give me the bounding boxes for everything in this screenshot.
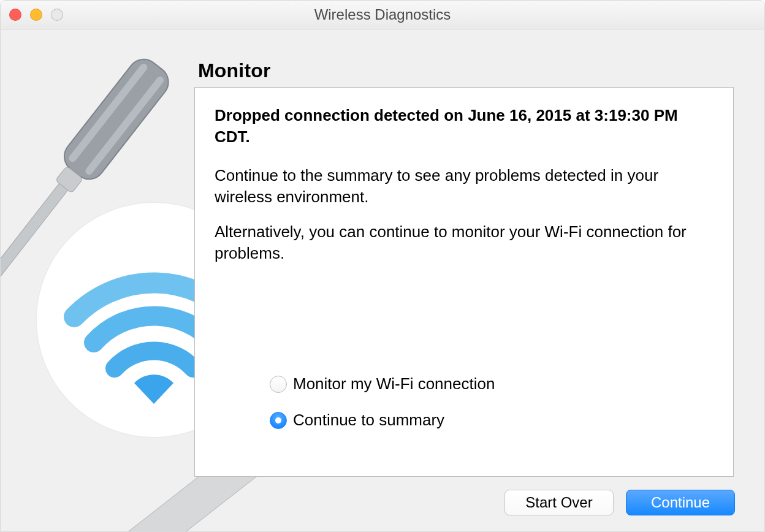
window-title: Wireless Diagnostics <box>1 1 764 29</box>
radio-group: Monitor my Wi-Fi connection Continue to … <box>270 374 495 447</box>
content-panel: Dropped connection detected on June 16, … <box>194 87 734 477</box>
body-paragraph-2: Alternatively, you can continue to monit… <box>215 221 714 264</box>
svg-rect-3 <box>55 166 83 194</box>
body-paragraph-1: Continue to the summary to see any probl… <box>215 165 714 208</box>
radio-icon <box>270 376 287 393</box>
minimize-window-button[interactable] <box>30 9 42 21</box>
window: Wireless Diagnostics <box>0 0 765 532</box>
svg-rect-2 <box>84 75 166 177</box>
svg-rect-1 <box>67 63 149 164</box>
svg-rect-0 <box>58 53 175 185</box>
continue-button[interactable]: Continue <box>626 490 735 515</box>
zoom-window-button[interactable] <box>51 9 63 21</box>
radio-option-summary[interactable]: Continue to summary <box>270 411 495 430</box>
radio-option-monitor[interactable]: Monitor my Wi-Fi connection <box>270 374 495 393</box>
traffic-lights <box>9 9 63 21</box>
start-over-button[interactable]: Start Over <box>504 490 614 515</box>
close-window-button[interactable] <box>9 9 21 21</box>
content-area: Monitor Dropped connection detected on J… <box>194 59 736 477</box>
titlebar: Wireless Diagnostics <box>1 1 764 29</box>
section-heading: Monitor <box>198 59 736 82</box>
radio-label: Monitor my Wi-Fi connection <box>293 374 495 393</box>
footer-buttons: Start Over Continue <box>504 490 735 515</box>
alert-headline: Dropped connection detected on June 16, … <box>215 105 714 148</box>
radio-icon <box>270 412 287 429</box>
svg-rect-4 <box>1 183 68 393</box>
radio-label: Continue to summary <box>293 411 444 430</box>
